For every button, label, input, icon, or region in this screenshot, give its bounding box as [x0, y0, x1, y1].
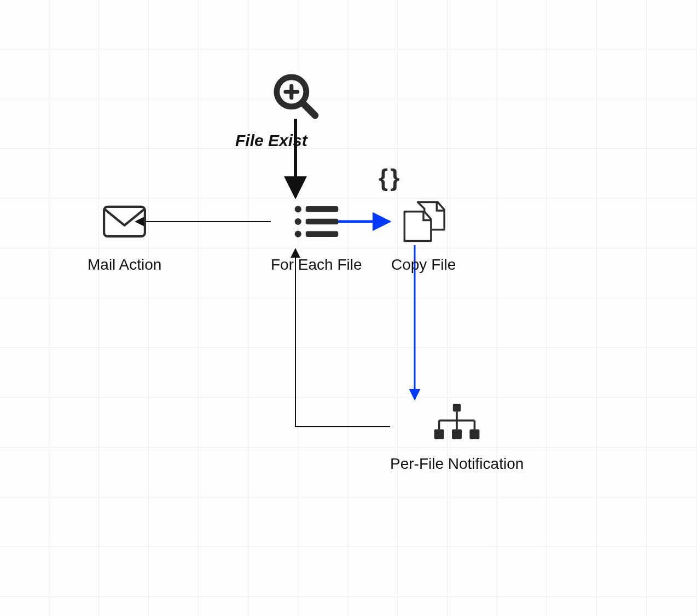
svg-rect-7 — [306, 219, 339, 225]
svg-line-1 — [303, 103, 315, 115]
svg-rect-17 — [434, 429, 444, 439]
svg-point-4 — [295, 206, 301, 212]
copy-file-icon — [399, 200, 448, 243]
node-per-file-notification-label: Per-File Notification — [390, 455, 524, 473]
sitemap-icon — [432, 403, 481, 444]
list-icon — [292, 202, 341, 241]
node-file-exist-label: File Exist — [235, 131, 307, 150]
svg-point-6 — [295, 218, 301, 225]
node-mail-action[interactable]: Mail Action — [88, 202, 161, 274]
svg-rect-18 — [452, 429, 462, 439]
magnify-plus-icon — [271, 71, 320, 120]
svg-rect-10 — [104, 207, 145, 236]
node-copy-file-label: Copy File — [391, 256, 456, 274]
svg-rect-19 — [470, 429, 480, 439]
diagram-canvas[interactable]: File Exist For Each File Mail Action — [0, 0, 697, 616]
node-copy-file[interactable]: Copy File — [391, 200, 456, 274]
edge-layer — [0, 0, 697, 616]
svg-point-8 — [295, 231, 301, 237]
node-per-file-notification[interactable]: Per-File Notification — [390, 403, 524, 473]
node-for-each-file[interactable]: For Each File — [271, 202, 362, 274]
envelope-icon — [101, 202, 148, 241]
json-badge: { } — [379, 164, 397, 191]
node-file-exist[interactable] — [271, 71, 320, 120]
svg-rect-11 — [453, 404, 461, 411]
node-for-each-file-label: For Each File — [271, 256, 362, 274]
edge-notify-to-foreach — [295, 249, 390, 427]
svg-rect-5 — [306, 206, 339, 212]
node-mail-action-label: Mail Action — [88, 256, 161, 274]
svg-rect-9 — [306, 231, 339, 237]
